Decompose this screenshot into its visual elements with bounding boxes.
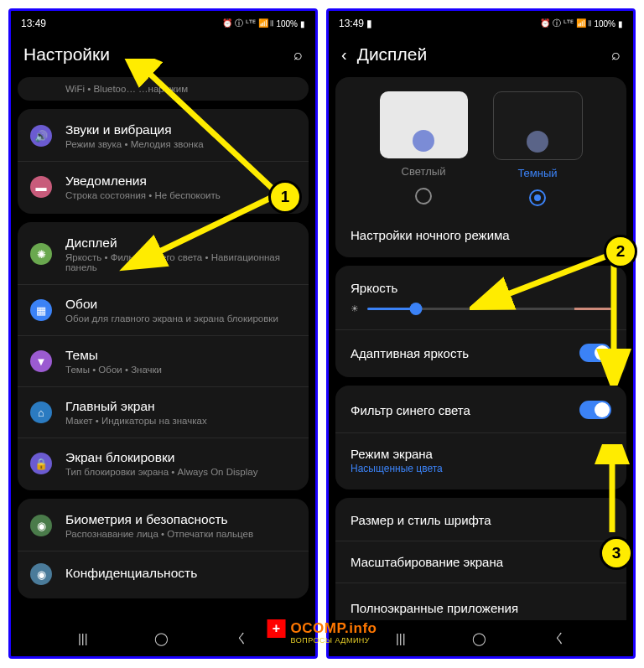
- badge-2: 2: [604, 235, 637, 268]
- item-home[interactable]: ⌂ Главный экранМакет • Индикаторы на зна…: [18, 387, 309, 438]
- nav-home[interactable]: ◯: [154, 631, 169, 646]
- nav-back[interactable]: く: [236, 630, 248, 646]
- item-privacy[interactable]: ◉ Конфиденциальность: [18, 551, 309, 597]
- privacy-icon: ◉: [30, 563, 52, 585]
- status-time: 13:49 ▮: [339, 18, 372, 29]
- back-icon[interactable]: ‹: [341, 45, 347, 65]
- item-font-size[interactable]: Размер и стиль шрифта: [335, 500, 626, 541]
- item-blue-filter[interactable]: Фильтр синего света: [335, 387, 626, 433]
- item-screen-mode[interactable]: Режим экранаНасыщенные цвета: [335, 433, 626, 488]
- bluefilter-toggle[interactable]: [579, 401, 611, 419]
- sounds-icon: 🔊: [30, 125, 52, 147]
- themes-icon: ▼: [30, 350, 52, 372]
- nav-recents[interactable]: |||: [396, 631, 406, 645]
- sun-icon: ☀: [351, 303, 359, 314]
- watermark: + OCOMP.info ВОПРОСЫ АДМИНУ: [267, 619, 377, 638]
- card-font-scaling: Размер и стиль шрифта Масштабирование эк…: [335, 498, 626, 620]
- item-themes[interactable]: ▼ ТемыТемы • Обои • Значки: [18, 336, 309, 387]
- radio-dark[interactable]: [529, 189, 546, 206]
- theme-dark-option[interactable]: Темный: [493, 91, 583, 206]
- page-title: Дисплей: [357, 44, 428, 65]
- svg-line-1: [143, 67, 273, 189]
- item-scaling[interactable]: Масштабирование экрана: [335, 541, 626, 583]
- svg-line-3: [499, 256, 608, 298]
- status-bar: 13:49 ⏰ ⓘ ᴸᵀᴱ 📶 ⫴ 100%▮: [11, 11, 315, 36]
- light-preview: [380, 91, 468, 158]
- annotation-arrow-1: [59, 59, 293, 285]
- watermark-flag: +: [267, 619, 286, 638]
- display-icon: ✺: [30, 243, 52, 265]
- notifications-icon: ▬: [30, 176, 52, 198]
- shield-icon: ◉: [30, 515, 52, 536]
- status-icons: ⏰ ⓘ ᴸᵀᴱ 📶 ⫴ 100%▮: [222, 18, 305, 29]
- lock-icon: 🔒: [30, 453, 52, 474]
- badge-1: 1: [268, 180, 302, 214]
- item-wallpaper[interactable]: ▦ ОбоиОбои для главного экрана и экрана …: [18, 285, 309, 336]
- search-icon[interactable]: ⌕: [611, 46, 621, 64]
- nav-recents[interactable]: |||: [78, 631, 88, 645]
- item-biometrics[interactable]: ◉ Биометрия и безопасностьРаспознавание …: [18, 500, 309, 551]
- home-icon: ⌂: [30, 401, 52, 423]
- status-bar: 13:49 ▮ ⏰ ⓘ ᴸᵀᴱ 📶 ⫴ 100%▮: [329, 11, 633, 36]
- search-icon[interactable]: ⌕: [293, 46, 303, 64]
- item-fullscreen-apps[interactable]: Полноэкранные приложения: [335, 583, 626, 620]
- card-security-group: ◉ Биометрия и безопасностьРаспознавание …: [18, 499, 309, 598]
- radio-light[interactable]: [415, 188, 432, 205]
- badge-3: 3: [600, 536, 633, 570]
- status-icons: ⏰ ⓘ ᴸᵀᴱ 📶 ⫴ 100%▮: [540, 18, 623, 29]
- display-header: ‹ Дисплей ⌕: [329, 36, 633, 77]
- item-lockscreen[interactable]: 🔒 Экран блокировкиТип блокировки экрана …: [18, 438, 309, 489]
- status-time: 13:49: [21, 18, 46, 29]
- svg-line-2: [151, 197, 273, 256]
- dark-preview: [493, 91, 583, 160]
- nav-home[interactable]: ◯: [472, 631, 486, 646]
- annotation-arrow-3: [587, 444, 637, 545]
- wallpaper-icon: ▦: [30, 299, 52, 321]
- theme-light-option[interactable]: Светлый: [380, 91, 468, 206]
- card-filter-mode: Фильтр синего света Режим экранаНасыщенн…: [335, 386, 626, 489]
- card-theme: Светлый Темный Настройки ночного режима: [335, 77, 626, 257]
- nav-back[interactable]: く: [553, 630, 566, 646]
